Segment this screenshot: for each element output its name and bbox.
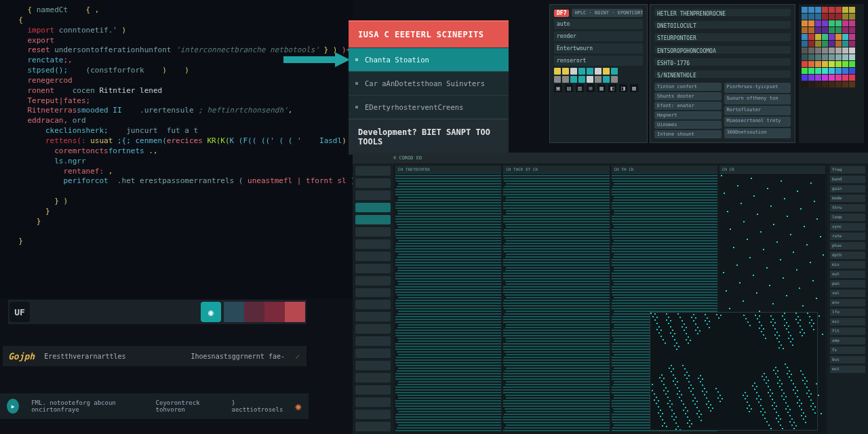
status-run-icon[interactable]: ▸ [7,399,19,414]
menu-item[interactable]: Chanta Stoation [349,47,509,71]
color-swatch[interactable] [849,47,855,54]
color-swatch[interactable] [802,14,808,20]
list-item[interactable]: bus [830,356,865,363]
toolbar-swatch[interactable] [264,302,285,322]
list-item[interactable] [355,288,391,298]
color-swatch[interactable] [842,61,848,67]
color-swatch[interactable] [835,41,842,47]
color-swatch[interactable] [835,34,842,40]
toolbar-swatch[interactable] [244,302,264,322]
color-swatch[interactable] [808,68,814,74]
color-swatch[interactable] [835,20,842,26]
color-swatch[interactable] [822,7,828,13]
color-swatch[interactable] [842,27,848,33]
color-swatch[interactable] [802,54,808,60]
color-swatch[interactable] [808,20,814,26]
list-item[interactable] [355,239,391,249]
panel-inspector[interactable]: DF7 HPLC · BOINT · EPONTCORTE autorender… [549,4,648,143]
list-item[interactable] [355,397,391,407]
color-swatch[interactable] [808,14,814,20]
list-item[interactable] [355,410,391,419]
color-swatch[interactable] [808,47,814,54]
color-swatch[interactable] [815,41,821,47]
color-swatch[interactable] [802,81,808,87]
color-swatch[interactable] [808,34,814,40]
color-swatch[interactable] [802,75,808,81]
list-item[interactable] [355,361,391,370]
color-swatch[interactable] [802,27,808,33]
color-swatch[interactable] [842,20,848,26]
color-swatch[interactable] [815,68,821,74]
list-item[interactable]: mst [830,366,865,373]
viewer-right-sidebar[interactable]: freqbandgainmodethruloopsyncratephasdpth… [827,163,868,434]
color-swatch[interactable] [835,68,842,74]
list-item[interactable] [355,300,391,309]
color-swatch[interactable] [802,61,808,67]
color-swatch[interactable] [849,81,855,87]
panel-properties[interactable]: HETLER THENPRENOROCNEDNETOILOCULTSTEURPO… [650,4,795,143]
color-swatch[interactable] [829,75,835,81]
color-swatch[interactable] [802,41,808,47]
color-swatch[interactable] [829,41,835,47]
color-swatch[interactable] [808,61,814,67]
list-item[interactable] [355,252,391,261]
bug-icon[interactable]: ✺ [295,400,302,413]
color-palette-panel[interactable] [799,4,864,143]
list-item[interactable]: mix [830,261,865,269]
list-item[interactable]: band [830,176,865,183]
color-swatch[interactable] [842,75,848,81]
color-swatch[interactable] [829,7,835,13]
color-swatch[interactable] [815,54,821,60]
color-swatch[interactable] [849,14,855,20]
list-item[interactable]: rate [830,233,865,240]
color-swatch[interactable] [835,81,842,87]
list-item[interactable] [355,385,391,395]
color-swatch[interactable] [849,41,855,47]
toolbar-swatch[interactable] [224,302,244,322]
color-swatch[interactable] [849,20,855,26]
color-swatch[interactable] [842,14,848,20]
color-swatch[interactable] [822,20,828,26]
color-swatch[interactable] [829,47,835,54]
color-swatch[interactable] [842,68,848,74]
color-swatch[interactable] [815,61,821,67]
color-swatch[interactable] [822,61,828,67]
color-swatch[interactable] [802,34,808,40]
color-swatch[interactable] [815,7,821,13]
list-item[interactable] [355,264,391,273]
list-item[interactable] [355,166,391,176]
color-swatch[interactable] [842,81,848,87]
color-swatch[interactable] [835,61,842,67]
list-item[interactable]: mode [830,195,865,202]
color-swatch[interactable] [815,20,821,26]
tool-uf-button[interactable]: UF [9,302,30,322]
code-editor[interactable]: { namedCt { , { import conntonetif.' ) e… [0,0,353,298]
list-item[interactable]: sync [830,223,865,231]
color-swatch[interactable] [829,81,835,87]
color-swatch[interactable] [815,14,821,20]
color-swatch[interactable] [849,75,855,81]
viewer-sidebar[interactable] [353,163,393,434]
color-swatch[interactable] [829,68,835,74]
list-item[interactable] [355,336,391,346]
toolbar-swatch[interactable] [285,302,305,322]
list-item[interactable]: out [830,271,865,278]
color-swatch[interactable] [849,68,855,74]
list-item[interactable] [355,276,391,285]
list-item[interactable]: amp [830,337,865,344]
list-item[interactable] [355,203,391,212]
color-swatch[interactable] [842,54,848,60]
color-swatch[interactable] [829,61,835,67]
color-swatch[interactable] [849,7,855,13]
color-swatch[interactable] [822,54,828,60]
color-swatch[interactable] [802,20,808,26]
color-swatch[interactable] [835,54,842,60]
color-swatch[interactable] [849,27,855,33]
list-item[interactable]: loop [830,214,865,221]
list-item[interactable]: freq [830,166,865,174]
color-swatch[interactable] [815,75,821,81]
color-swatch[interactable] [808,54,814,60]
color-swatch[interactable] [822,27,828,33]
color-swatch[interactable] [835,14,842,20]
color-swatch[interactable] [849,54,855,60]
